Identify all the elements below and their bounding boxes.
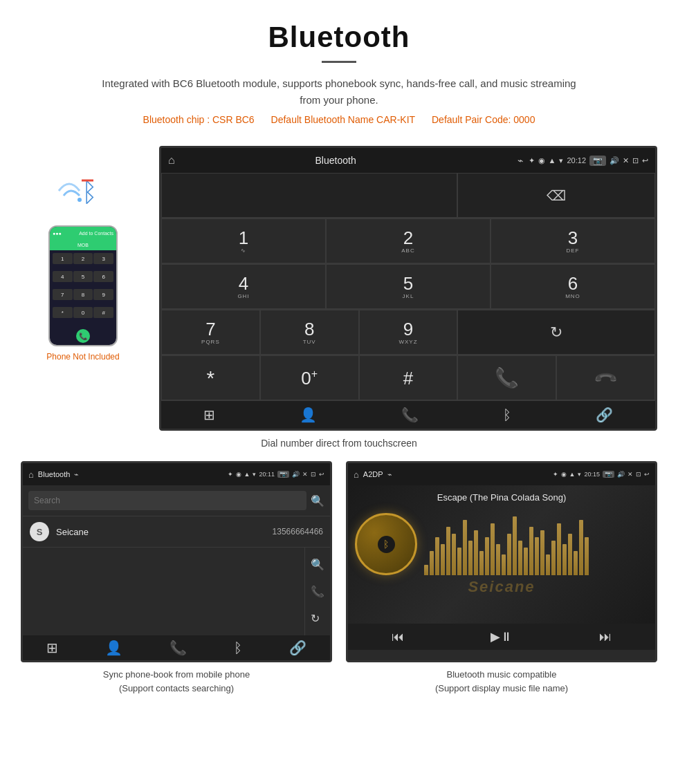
dial-key-6[interactable]: 6MNO: [491, 264, 655, 309]
song-name: Escape (The Pina Colada Song): [437, 492, 566, 503]
backspace-button[interactable]: ⌫: [457, 173, 655, 218]
bottom-screens: ⌂ Bluetooth ⌁ ✦ ◉ ▲ ▾ 20:11 📷 🔊 ✕ ⊡ ↩: [0, 461, 678, 695]
camera-icon[interactable]: 📷: [589, 156, 606, 166]
music-screen: ⌂ A2DP ⌁ ✦ ◉ ▲ ▾ 20:15 📷 🔊 ✕ ⊡ ↩ Escape …: [346, 461, 657, 662]
dial-display: [161, 173, 457, 218]
contacts-icon[interactable]: 👤: [300, 407, 317, 423]
contact-avatar: S: [30, 522, 49, 541]
page-title: Bluetooth: [14, 21, 664, 54]
dial-key-4[interactable]: 4GHI: [161, 264, 326, 309]
music-content: Escape (The Pina Colada Song) ᛒ Seicane: [348, 485, 655, 624]
pb-search-icon-right[interactable]: 🔍: [311, 558, 324, 571]
pb-person-tb-icon[interactable]: 👤: [105, 640, 122, 656]
hangup-icon: 📞: [593, 365, 619, 391]
dial-key-1[interactable]: 1∿: [161, 218, 326, 263]
pb-call-tb-icon[interactable]: 📞: [170, 640, 187, 656]
dial-key-3[interactable]: 3DEF: [491, 218, 655, 263]
music-main-area: ᛒ: [355, 513, 648, 575]
music-toolbar: ⏮ ▶⏸ ⏭: [348, 624, 655, 650]
dial-key-5[interactable]: 5JKL: [326, 264, 491, 309]
pb-keypad-tb-icon[interactable]: ⊞: [46, 640, 58, 656]
music-top-bar: ⌂ A2DP ⌁ ✦ ◉ ▲ ▾ 20:15 📷 🔊 ✕ ⊡ ↩: [348, 463, 655, 485]
music-close-icon[interactable]: ✕: [627, 471, 633, 478]
phone-mockup: ●●● Add to Contacts MOB 123 456 789 *0# …: [48, 225, 118, 346]
pb-call-icon-right[interactable]: 📞: [311, 585, 324, 598]
pb-status-bar: ✦ ◉ ▲ ▾ 20:11 📷 🔊 ✕ ⊡ ↩: [228, 471, 324, 478]
call-button[interactable]: 📞: [457, 355, 556, 400]
pb-close-icon[interactable]: ✕: [302, 471, 308, 478]
dial-screen-title: Bluetooth: [160, 155, 512, 166]
music-home-icon[interactable]: ⌂: [354, 469, 359, 480]
pb-link-tb-icon[interactable]: 🔗: [289, 640, 306, 656]
dial-key-2[interactable]: 2ABC: [326, 218, 491, 263]
music-visualizer: [424, 513, 648, 575]
page-header: Bluetooth Integrated with BC6 Bluetooth …: [0, 0, 678, 146]
volume-icon[interactable]: 🔊: [610, 156, 619, 165]
album-art: ᛒ: [355, 513, 417, 575]
music-back-icon[interactable]: ↩: [644, 471, 650, 478]
music-status-bar: ✦ ◉ ▲ ▾ 20:15 📷 🔊 ✕ ⊡ ↩: [553, 471, 650, 478]
search-icon[interactable]: 🔍: [311, 494, 324, 507]
dial-key-0[interactable]: 0+: [260, 355, 359, 400]
pb-screen-title: Bluetooth: [38, 470, 70, 478]
time-display: 20:12: [567, 156, 586, 165]
dial-key-hash[interactable]: #: [359, 355, 458, 400]
pb-refresh-icon-right[interactable]: ↻: [311, 612, 324, 625]
pb-search-row: 🔍: [23, 485, 330, 516]
title-divider: [322, 61, 356, 63]
bt-wifi-icon: ᛒ: [55, 167, 111, 215]
music-next-icon[interactable]: ⏭: [599, 630, 612, 644]
dial-caption: Dial number direct from touchscreen: [0, 438, 678, 449]
window-icon[interactable]: ⊡: [632, 156, 639, 165]
status-icons: ✦ ◉ ▲ ▾ 20:12 📷 🔊 ✕ ⊡ ↩: [529, 156, 648, 166]
music-usb-icon: ⌁: [387, 470, 392, 479]
music-win-icon[interactable]: ⊡: [636, 471, 641, 478]
music-play-icon[interactable]: ▶⏸: [491, 629, 513, 644]
refresh-icon: ↻: [550, 324, 562, 342]
pb-toolbar: ⊞ 👤 📞 ᛒ 🔗: [23, 635, 330, 660]
svg-text:ᛒ: ᛒ: [82, 178, 98, 207]
music-caption: Bluetooth music compatible (Support disp…: [346, 668, 657, 695]
contact-name: Seicane: [56, 527, 273, 537]
pb-search-input[interactable]: [28, 491, 306, 510]
phonebook-screen: ⌂ Bluetooth ⌁ ✦ ◉ ▲ ▾ 20:11 📷 🔊 ✕ ⊡ ↩: [21, 461, 332, 662]
car-dial-screen: ⌂ Bluetooth ⌁ ✦ ◉ ▲ ▾ 20:12 📷 🔊 ✕ ⊡ ↩: [159, 146, 657, 431]
location-icon: ◉: [538, 156, 545, 165]
music-time: 20:15: [584, 471, 600, 478]
hangup-button[interactable]: 📞: [556, 355, 655, 400]
dial-key-7[interactable]: 7PQRS: [161, 310, 260, 355]
music-vol-icon: 🔊: [617, 471, 625, 478]
refresh-button[interactable]: ↻: [457, 310, 655, 355]
pb-win-icon[interactable]: ⊡: [311, 471, 316, 478]
dial-top-bar: ⌂ Bluetooth ⌁ ✦ ◉ ▲ ▾ 20:12 📷 🔊 ✕ ⊡ ↩: [161, 148, 655, 173]
call-icon: 📞: [495, 366, 519, 389]
bt-icon-area: ᛒ: [55, 167, 111, 215]
page-description: Integrated with BC6 Bluetooth module, su…: [97, 75, 581, 109]
music-screen-title: A2DP: [363, 470, 383, 478]
contact-number: 13566664466: [273, 527, 323, 536]
pb-bt-tb-icon[interactable]: ᛒ: [234, 640, 242, 656]
pb-caption: Sync phone-book from mobile phone (Suppo…: [21, 668, 332, 695]
pb-contact-row[interactable]: S Seicane 13566664466: [23, 516, 330, 548]
phonebook-screen-wrap: ⌂ Bluetooth ⌁ ✦ ◉ ▲ ▾ 20:11 📷 🔊 ✕ ⊡ ↩: [21, 461, 332, 695]
pb-back-icon[interactable]: ↩: [319, 471, 324, 478]
pb-home-icon[interactable]: ⌂: [28, 469, 34, 480]
back-icon[interactable]: ↩: [642, 156, 648, 165]
spec-line: Bluetooth chip : CSR BC6 Default Bluetoo…: [14, 114, 664, 125]
close-icon[interactable]: ✕: [623, 156, 629, 165]
call-log-icon[interactable]: 📞: [401, 407, 419, 423]
pb-wifi-icon: ▾: [253, 471, 256, 478]
spec-code: Default Pair Code: 0000: [432, 114, 535, 125]
dial-key-8[interactable]: 8TUV: [260, 310, 359, 355]
bt-status-icon: ✦: [529, 156, 535, 165]
music-prev-icon[interactable]: ⏮: [392, 630, 404, 644]
main-screen-section: ᛒ ●●● Add to Contacts MOB 123 456 789: [0, 146, 678, 431]
usb-icon: ⌁: [517, 155, 523, 166]
dial-key-star[interactable]: *: [161, 355, 260, 400]
bluetooth-icon[interactable]: ᛒ: [503, 407, 511, 423]
pb-usb-icon: ⌁: [74, 470, 79, 479]
dial-key-9[interactable]: 9WXYZ: [359, 310, 458, 355]
link-icon[interactable]: 🔗: [596, 407, 613, 423]
keypad-icon[interactable]: ⊞: [203, 407, 215, 423]
backspace-icon: ⌫: [547, 187, 566, 204]
